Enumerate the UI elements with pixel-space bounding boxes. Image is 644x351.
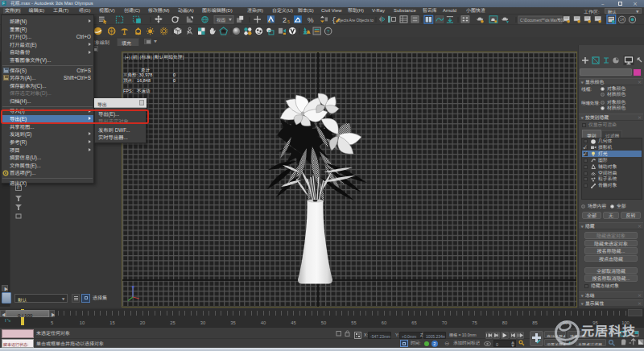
svg-text:14: 14: [620, 18, 625, 22]
svg-text:%: %: [308, 16, 314, 24]
svg-text:2: 2: [283, 16, 287, 24]
svg-text:?: ?: [327, 29, 330, 34]
svg-text:bjects Are Objects to: bjects Are Objects to: [338, 19, 374, 23]
svg-text:{: {: [332, 17, 336, 25]
svg-text:5: 5: [287, 19, 290, 24]
svg-text:视图: 视图: [217, 17, 226, 23]
